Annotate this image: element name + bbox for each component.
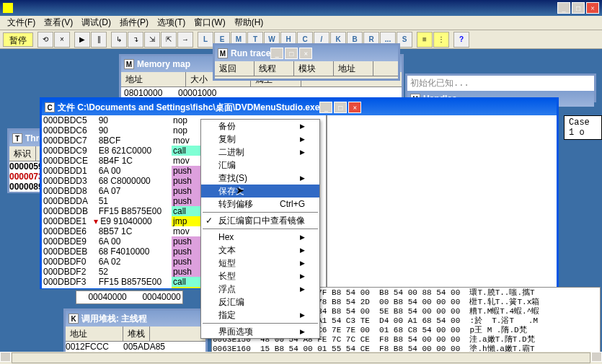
menu-item[interactable]: 查看(V) [40, 15, 77, 30]
ctx-item[interactable]: 短型▶ [201, 257, 319, 270]
ctx-item[interactable]: 备份▶ [201, 120, 319, 133]
stack-icon: K [68, 314, 79, 324]
ctx-item[interactable]: 文本▶ [201, 244, 319, 257]
call-stack-titlebar[interactable]: K 调用堆栈: 主线程 [66, 311, 205, 327]
call-stack-header: 地址 堆栈 [66, 327, 205, 342]
ctx-item[interactable]: 界面选项▶ [201, 325, 319, 338]
pause-button[interactable]: 暂停 [3, 32, 33, 47]
ctx-item[interactable]: Hex▶ [201, 231, 319, 244]
scroll-left-button[interactable] [0, 352, 11, 362]
run-trace-window[interactable]: M Run trace _ □ × 返回线程模块地址 [213, 43, 400, 81]
cpu-close-button[interactable]: × [348, 102, 361, 113]
call-stack-window[interactable]: K 调用堆栈: 主线程 地址 堆栈 0012FCCC005ADA850012FC… [63, 308, 208, 352]
case-info: Case 1 o [564, 115, 602, 140]
stack-row[interactable]: 0012FCCC005ADA85 [66, 342, 205, 352]
toolbar-btn-l[interactable]: L [198, 32, 213, 48]
runtrace-icon: M [218, 48, 228, 58]
app-titlebar: _ □ × [0, 0, 602, 16]
rt-col: 线程 [254, 61, 294, 76]
app-minimize-button[interactable]: _ [557, 2, 570, 14]
pause-icon-button[interactable]: ‖ [91, 32, 107, 48]
ctx-item[interactable]: 转到偏移Ctrl+G [201, 197, 319, 210]
menu-item[interactable]: 帮助(H) [230, 15, 268, 30]
app-maximize-button[interactable]: □ [572, 2, 585, 14]
app-close-button[interactable]: × [586, 2, 599, 14]
memory-icon: M [124, 59, 134, 69]
run-button[interactable]: ▶ [74, 32, 90, 48]
rt-min-button[interactable]: _ [270, 48, 283, 59]
main-menubar[interactable]: 文件(F)查看(V)调试(D)插件(P)选项(T)窗口(W)帮助(H) [0, 16, 602, 30]
ctx-item[interactable]: ✓反汇编窗口中查看镜像 [201, 214, 319, 227]
info-pane [327, 115, 557, 288]
run-trace-header: 返回线程模块地址 [215, 61, 398, 76]
extra-hex: 00040000 [142, 292, 180, 302]
stack-col-addr: 地址 [66, 327, 123, 341]
ctx-item[interactable]: 二进制▶ [201, 146, 319, 159]
mem-col: 地址 [121, 72, 186, 86]
ctx-item[interactable]: 指定▶ [201, 308, 319, 321]
rt-col: 模块 [294, 61, 334, 76]
ctx-item[interactable]: 长型▶ [201, 270, 319, 283]
exec-till-button[interactable]: → [177, 32, 193, 48]
handles-note: 初始化已知... [407, 76, 594, 91]
rt-max-button[interactable]: □ [285, 48, 298, 59]
step-into-button[interactable]: ↳ [111, 32, 127, 48]
options-button-2[interactable]: ⋮ [433, 32, 449, 48]
close-prog-button[interactable]: × [54, 32, 70, 48]
menu-item[interactable]: 调试(D) [77, 15, 115, 30]
trace-over-button[interactable]: ⇱ [161, 32, 177, 48]
memory-map-title: Memory map [137, 59, 190, 69]
scroll-right-button[interactable] [591, 352, 602, 362]
extra-addr: 00040000 [88, 292, 126, 302]
cpu-titlebar[interactable]: C 文件 C:\Documents and Settings\fishc\桌面\… [42, 99, 557, 115]
run-trace-title: Run trace [231, 48, 270, 58]
menu-item[interactable]: 文件(F) [3, 15, 40, 30]
menu-item[interactable]: 窗口(W) [190, 15, 229, 30]
extra-row: 00040000 00040000 [76, 290, 183, 304]
menu-item[interactable]: 选项(T) [153, 15, 190, 30]
ctx-item[interactable]: 保存文 [201, 185, 319, 197]
options-button-1[interactable]: ≡ [417, 32, 433, 48]
mem-size: 00001000 [178, 88, 216, 98]
app-scrollbar-h[interactable] [0, 352, 602, 364]
ctx-item[interactable]: 复制▶ [201, 133, 319, 146]
cpu-min-button[interactable]: _ [319, 102, 332, 113]
call-stack-title: 调用堆栈: 主线程 [81, 313, 147, 325]
cpu-icon: C [45, 102, 55, 112]
ctx-item[interactable]: 反汇编 [201, 296, 319, 308]
scroll-track[interactable] [12, 352, 590, 363]
rt-close-button[interactable]: × [299, 48, 312, 59]
restart-button[interactable]: ⟲ [37, 32, 53, 48]
cpu-max-button[interactable]: □ [334, 102, 347, 113]
ctx-item[interactable]: 查找(S)▶ [201, 172, 319, 185]
run-trace-titlebar[interactable]: M Run trace _ □ × [215, 45, 398, 61]
stack-col-stack: 堆栈 [123, 327, 150, 341]
rt-col: 地址 [334, 61, 373, 76]
context-menu[interactable]: 备份▶复制▶二进制▶汇编查找(S)▶保存文转到偏移Ctrl+G✓反汇编窗口中查看… [200, 119, 320, 339]
rt-col: 返回 [215, 61, 254, 76]
ctx-item[interactable]: 浮点▶ [201, 283, 319, 296]
ctx-item[interactable]: 汇编 [201, 159, 319, 172]
help-button[interactable]: ? [453, 32, 469, 48]
menu-item[interactable]: 插件(P) [115, 15, 153, 30]
threads-icon: T [12, 133, 22, 143]
step-over-button[interactable]: ↴ [128, 32, 143, 48]
trace-into-button[interactable]: ⇲ [144, 32, 160, 48]
threads-col: 标识 [9, 146, 36, 161]
mem-addr: 08010000 [124, 88, 162, 98]
app-icon [3, 3, 13, 13]
cpu-title: 文件 C:\Documents and Settings\fishc\桌面\DV… [58, 102, 319, 114]
